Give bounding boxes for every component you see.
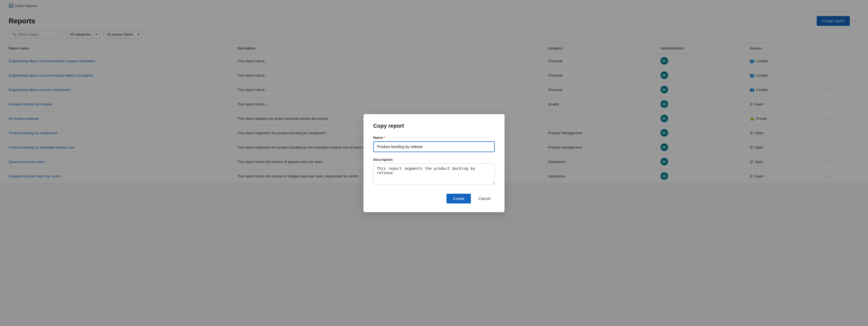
copy-report-modal: Copy report Name * Description This repo… bbox=[364, 114, 504, 212]
name-label: Name * bbox=[373, 136, 495, 140]
description-field: Description This report segments the pro… bbox=[373, 158, 495, 186]
modal-create-button[interactable]: Create bbox=[446, 194, 471, 203]
name-required-star: * bbox=[383, 136, 385, 140]
modal-title: Copy report bbox=[373, 123, 495, 129]
modal-actions: Create Cancel bbox=[373, 194, 495, 203]
name-field: Name * bbox=[373, 136, 495, 152]
modal-cancel-button[interactable]: Cancel bbox=[474, 194, 495, 203]
name-input[interactable] bbox=[373, 141, 495, 152]
description-textarea[interactable]: This report segments the product backlog… bbox=[373, 163, 495, 185]
description-label: Description bbox=[373, 158, 495, 162]
modal-overlay: Copy report Name * Description This repo… bbox=[0, 0, 868, 326]
